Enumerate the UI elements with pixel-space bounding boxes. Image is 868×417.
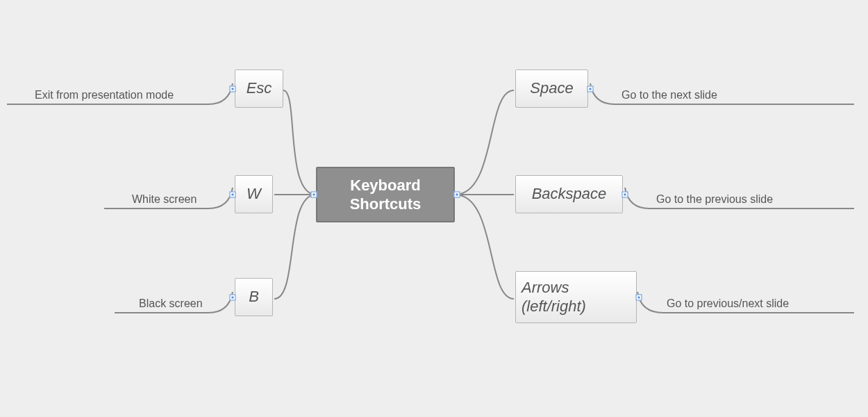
expand-marker[interactable] — [230, 295, 236, 301]
expand-marker[interactable] — [230, 192, 236, 198]
key-label-line2: (left/right) — [521, 297, 586, 315]
center-title: Keyboard Shortcuts — [350, 176, 422, 214]
key-label: B — [249, 288, 259, 306]
desc-arrows: Go to previous/next slide — [667, 297, 789, 310]
key-label: Backspace — [532, 185, 607, 203]
desc-backspace: Go to the previous slide — [656, 193, 773, 206]
desc-space: Go to the next slide — [621, 89, 717, 101]
key-label: Space — [530, 79, 573, 97]
key-node-backspace[interactable]: Backspace — [515, 175, 623, 213]
key-label: Arrows (left/right) — [516, 279, 636, 316]
desc-b: Black screen — [139, 297, 203, 310]
expand-marker[interactable] — [230, 86, 236, 92]
expand-marker[interactable] — [311, 192, 317, 198]
expand-marker[interactable] — [587, 86, 594, 92]
center-node[interactable]: Keyboard Shortcuts — [316, 167, 455, 222]
mindmap-canvas: Keyboard Shortcuts Esc Exit from present… — [0, 0, 868, 417]
center-title-line2: Shortcuts — [350, 195, 422, 213]
desc-esc: Exit from presentation mode — [35, 89, 174, 101]
key-node-space[interactable]: Space — [515, 70, 588, 108]
expand-marker[interactable] — [636, 295, 642, 301]
expand-marker[interactable] — [622, 192, 628, 198]
desc-w: White screen — [132, 193, 197, 206]
key-label-line1: Arrows — [521, 279, 569, 296]
key-label: Esc — [247, 79, 272, 97]
key-label: W — [247, 185, 261, 203]
key-node-b[interactable]: B — [235, 278, 273, 316]
expand-marker[interactable] — [454, 192, 460, 198]
center-title-line1: Keyboard — [350, 177, 420, 194]
key-node-esc[interactable]: Esc — [235, 70, 283, 108]
key-node-arrows[interactable]: Arrows (left/right) — [515, 271, 637, 323]
key-node-w[interactable]: W — [235, 175, 273, 213]
